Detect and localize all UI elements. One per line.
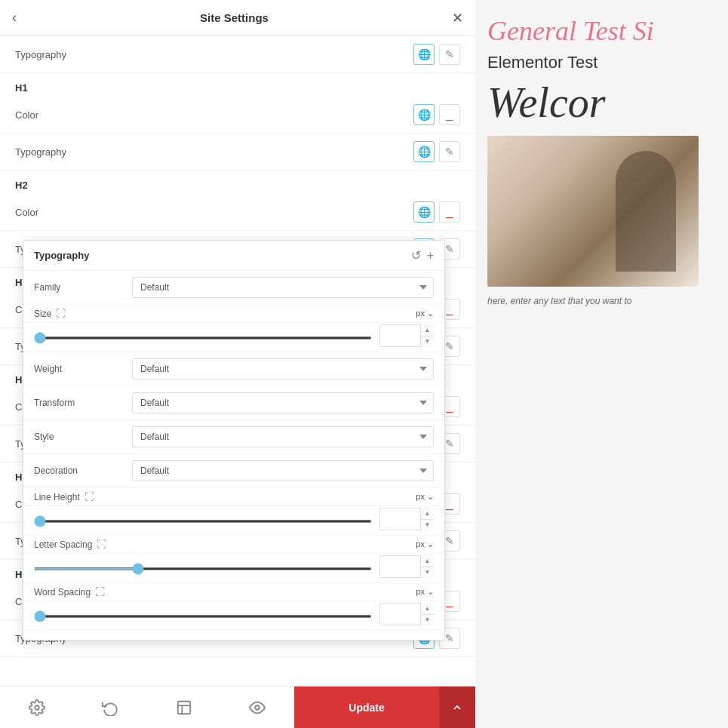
typo-reset-button[interactable]: ↺ (411, 248, 421, 263)
general-typography-controls: 🌐 ✎ (413, 44, 460, 65)
typo-popup-title: Typography (34, 250, 89, 261)
weight-control: Default (132, 358, 434, 379)
h2-header: H2 (0, 170, 475, 194)
h1-slash-button[interactable]: ⎯ (439, 104, 460, 125)
svg-point-4 (256, 705, 260, 710)
word-spacing-slider-wrapper (34, 607, 372, 621)
line-height-text: Line Height (34, 492, 80, 502)
size-slider-row: ▲ ▼ (23, 323, 444, 352)
word-spacing-slider-row: ▲ ▼ (23, 601, 444, 631)
h1-typo-edit[interactable]: ✎ (439, 141, 460, 162)
size-unit-text: px (416, 309, 425, 318)
collapse-button[interactable] (439, 687, 475, 729)
word-spacing-label-row: Word Spacing ⛶ px ⌄ (23, 583, 444, 601)
style-row: Style Default (23, 420, 444, 454)
transform-select[interactable]: Default (132, 392, 434, 413)
family-select[interactable]: Default (132, 277, 434, 298)
h1-header: H1 (0, 73, 475, 97)
letter-spacing-spinner-down[interactable]: ▼ (421, 567, 434, 579)
line-height-spinner-down[interactable]: ▼ (421, 520, 434, 531)
update-button[interactable]: Update (294, 687, 439, 729)
panel-header: ‹ Site Settings ✕ (0, 0, 475, 36)
line-height-slider-row: ▲ ▼ (23, 506, 444, 536)
decoration-control: Default (132, 460, 434, 481)
line-height-spinner-up[interactable]: ▲ (421, 508, 434, 520)
line-height-slider-wrapper (34, 512, 372, 526)
typography-popup: Typography ↺ + Family Default Size ⛶ px … (23, 240, 445, 640)
line-height-label: Line Height ⛶ (34, 491, 132, 502)
weight-label: Weight (34, 364, 132, 374)
word-spacing-spinner: ▲ ▼ (420, 603, 434, 625)
word-spacing-slider[interactable] (34, 615, 372, 618)
line-height-number-wrap: ▲ ▼ (379, 508, 434, 530)
h2-slash-button[interactable]: ⎯ (439, 201, 460, 223)
h1-globe-button[interactable]: 🌐 (413, 104, 435, 125)
preview-image (487, 136, 699, 287)
close-button[interactable]: ✕ (452, 10, 463, 26)
typo-add-button[interactable]: + (427, 248, 434, 263)
settings-icon-button[interactable] (0, 687, 74, 729)
svg-rect-1 (178, 701, 191, 714)
size-spinner-down[interactable]: ▼ (421, 336, 434, 348)
letter-spacing-spinner: ▲ ▼ (420, 555, 434, 578)
decoration-row: Decoration Default (23, 454, 444, 488)
eye-icon-button[interactable] (221, 687, 295, 729)
word-spacing-label: Word Spacing ⛶ (34, 586, 132, 597)
size-unit[interactable]: px ⌄ (416, 309, 434, 318)
back-button[interactable]: ‹ (12, 10, 17, 26)
preview-figure (616, 151, 676, 272)
line-height-slider[interactable] (34, 520, 372, 523)
general-typography-label: Typography (15, 49, 66, 60)
preview-welcome: Welcor (487, 78, 606, 127)
bottom-bar: Update (0, 686, 475, 728)
word-spacing-spinner-up[interactable]: ▲ (421, 603, 434, 615)
size-text: Size (34, 309, 51, 319)
history-icon-button[interactable] (74, 687, 148, 729)
letter-spacing-spinner-up[interactable]: ▲ (421, 555, 434, 567)
word-spacing-unit[interactable]: px ⌄ (416, 587, 434, 597)
family-label: Family (34, 282, 132, 293)
style-select[interactable]: Default (132, 426, 434, 447)
word-spacing-spinner-down[interactable]: ▼ (421, 615, 434, 626)
size-label: Size ⛶ (34, 308, 132, 319)
family-control: Default (132, 277, 434, 298)
family-row: Family Default (23, 271, 444, 305)
h2-color-controls: 🌐 ⎯ (413, 201, 460, 223)
h2-globe-button[interactable]: 🌐 (413, 201, 435, 223)
word-spacing-monitor-icon: ⛶ (95, 586, 105, 597)
h1-color-controls: 🌐 ⎯ (413, 104, 460, 125)
size-spinner-up[interactable]: ▲ (421, 324, 434, 336)
general-typography-row: Typography 🌐 ✎ (0, 36, 475, 73)
letter-spacing-number-wrap: ▲ ▼ (379, 555, 434, 578)
size-label-row: Size ⛶ px ⌄ (23, 305, 444, 323)
right-panel: General Test Si Elementor Test Welcor he… (475, 0, 728, 728)
line-height-spinner: ▲ ▼ (420, 508, 434, 530)
h1-typography-controls: 🌐 ✎ (413, 141, 460, 162)
transform-control: Default (132, 392, 434, 413)
h1-typography-label: Typography (15, 146, 66, 158)
word-spacing-text: Word Spacing (34, 587, 91, 597)
letter-spacing-unit-text: px (416, 539, 425, 548)
line-height-unit[interactable]: px ⌄ (416, 492, 434, 502)
size-slider[interactable] (34, 336, 372, 339)
letter-spacing-text: Letter Spacing (34, 539, 92, 550)
line-height-unit-text: px (416, 492, 425, 501)
h1-color-label: Color (15, 109, 38, 121)
edit-button[interactable]: ✎ (439, 44, 460, 65)
decoration-select[interactable]: Default (132, 460, 434, 481)
letter-spacing-slider[interactable] (34, 567, 372, 570)
line-height-monitor-icon: ⛶ (84, 491, 94, 502)
globe-button[interactable]: 🌐 (413, 44, 435, 65)
h1-typo-globe[interactable]: 🌐 (413, 141, 435, 162)
word-spacing-number-wrap: ▲ ▼ (379, 603, 434, 625)
chevron-up-icon (451, 702, 463, 714)
size-spinner: ▲ ▼ (420, 324, 434, 347)
h2-color-label: Color (15, 207, 38, 218)
decoration-label: Decoration (34, 465, 132, 476)
weight-select[interactable]: Default (132, 358, 434, 379)
letter-spacing-unit[interactable]: px ⌄ (416, 539, 434, 549)
pages-icon-button[interactable] (147, 687, 221, 729)
style-control: Default (132, 426, 434, 447)
h1-typography-row: Typography 🌐 ✎ (0, 134, 475, 170)
letter-spacing-slider-row: ▲ ▼ (23, 554, 444, 583)
